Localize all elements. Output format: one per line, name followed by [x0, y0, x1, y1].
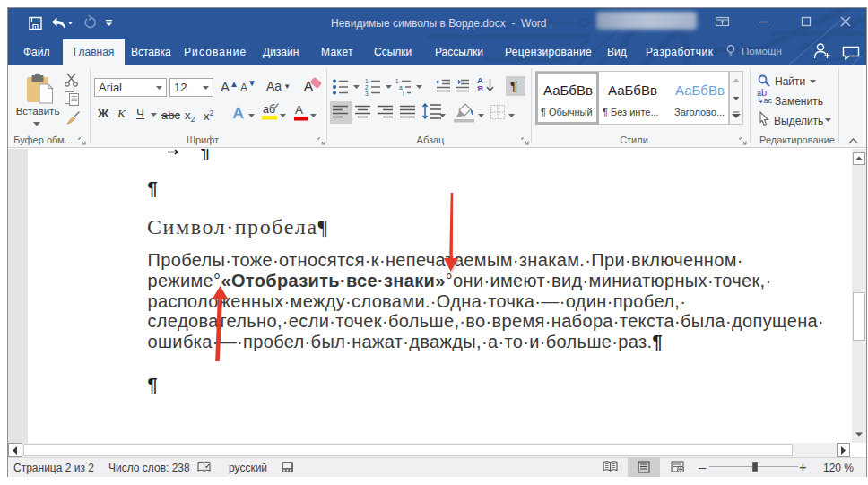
- svg-text:1: 1: [395, 78, 399, 84]
- svg-text:1: 1: [365, 78, 369, 84]
- svg-text:3: 3: [365, 91, 369, 97]
- svg-text:i: i: [403, 91, 404, 97]
- svg-text:A: A: [304, 78, 313, 93]
